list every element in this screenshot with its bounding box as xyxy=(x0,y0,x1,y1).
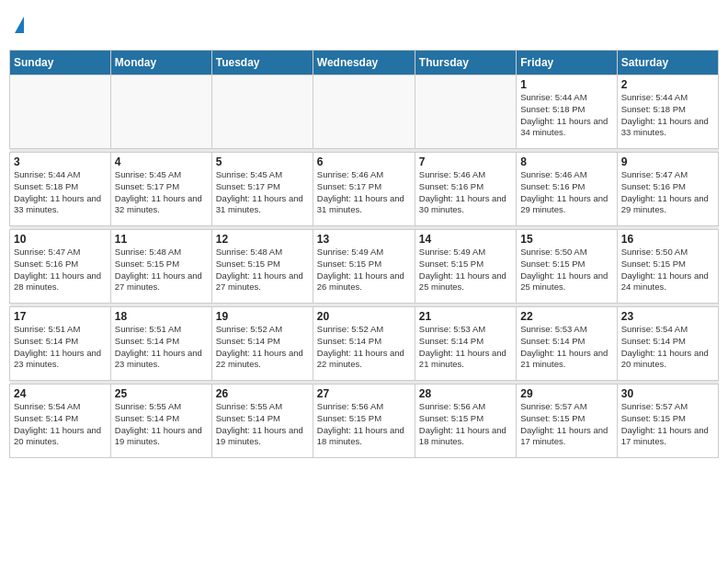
day-info: Sunrise: 5:47 AM Sunset: 5:16 PM Dayligh… xyxy=(14,247,107,293)
day-info: Sunrise: 5:47 AM Sunset: 5:16 PM Dayligh… xyxy=(621,169,714,216)
calendar-week-row: 10Sunrise: 5:47 AM Sunset: 5:16 PM Dayli… xyxy=(10,230,719,304)
day-info: Sunrise: 5:51 AM Sunset: 5:14 PM Dayligh… xyxy=(115,324,208,371)
day-number: 19 xyxy=(216,310,309,323)
day-info: Sunrise: 5:50 AM Sunset: 5:15 PM Dayligh… xyxy=(520,247,612,293)
calendar-cell: 29Sunrise: 5:57 AM Sunset: 5:15 PM Dayli… xyxy=(517,385,617,458)
calendar-cell xyxy=(10,75,111,149)
day-number: 3 xyxy=(14,155,107,168)
calendar-cell: 30Sunrise: 5:57 AM Sunset: 5:15 PM Dayli… xyxy=(617,385,718,458)
calendar-cell: 23Sunrise: 5:54 AM Sunset: 5:14 PM Dayli… xyxy=(617,307,718,381)
calendar-cell: 3Sunrise: 5:44 AM Sunset: 5:18 PM Daylig… xyxy=(10,153,111,226)
day-number: 16 xyxy=(621,233,714,246)
day-number: 4 xyxy=(115,155,208,168)
logo xyxy=(13,17,24,35)
day-number: 11 xyxy=(115,233,208,246)
calendar-cell: 2Sunrise: 5:44 AM Sunset: 5:18 PM Daylig… xyxy=(617,75,718,149)
day-info: Sunrise: 5:50 AM Sunset: 5:15 PM Dayligh… xyxy=(621,247,714,293)
day-info: Sunrise: 5:45 AM Sunset: 5:17 PM Dayligh… xyxy=(216,169,309,216)
day-info: Sunrise: 5:51 AM Sunset: 5:14 PM Dayligh… xyxy=(14,324,107,371)
day-number: 10 xyxy=(14,233,107,246)
calendar-cell: 17Sunrise: 5:51 AM Sunset: 5:14 PM Dayli… xyxy=(10,307,111,381)
calendar-cell: 6Sunrise: 5:46 AM Sunset: 5:17 PM Daylig… xyxy=(313,153,415,226)
day-number: 27 xyxy=(317,387,411,400)
calendar-week-row: 17Sunrise: 5:51 AM Sunset: 5:14 PM Dayli… xyxy=(10,307,719,381)
day-info: Sunrise: 5:57 AM Sunset: 5:15 PM Dayligh… xyxy=(520,401,612,448)
day-number: 21 xyxy=(419,310,512,323)
calendar-cell: 10Sunrise: 5:47 AM Sunset: 5:16 PM Dayli… xyxy=(10,230,111,304)
calendar-cell: 1Sunrise: 5:44 AM Sunset: 5:18 PM Daylig… xyxy=(517,75,617,149)
day-info: Sunrise: 5:46 AM Sunset: 5:16 PM Dayligh… xyxy=(520,169,612,216)
logo-triangle-icon xyxy=(15,17,24,33)
weekday-header-thursday: Thursday xyxy=(415,51,516,75)
day-number: 14 xyxy=(419,233,512,246)
day-info: Sunrise: 5:55 AM Sunset: 5:14 PM Dayligh… xyxy=(115,401,208,448)
day-info: Sunrise: 5:52 AM Sunset: 5:14 PM Dayligh… xyxy=(216,324,309,371)
day-number: 5 xyxy=(216,155,309,168)
day-number: 7 xyxy=(419,155,512,168)
calendar-cell: 11Sunrise: 5:48 AM Sunset: 5:15 PM Dayli… xyxy=(110,230,211,304)
weekday-header-friday: Friday xyxy=(517,51,617,75)
calendar-cell xyxy=(211,75,313,149)
calendar-header-row: SundayMondayTuesdayWednesdayThursdayFrid… xyxy=(10,51,719,75)
day-number: 28 xyxy=(419,387,512,400)
calendar-cell xyxy=(313,75,415,149)
day-number: 29 xyxy=(520,387,612,400)
day-info: Sunrise: 5:52 AM Sunset: 5:14 PM Dayligh… xyxy=(317,324,411,371)
weekday-header-monday: Monday xyxy=(110,51,211,75)
calendar-cell: 20Sunrise: 5:52 AM Sunset: 5:14 PM Dayli… xyxy=(313,307,415,381)
calendar-cell: 18Sunrise: 5:51 AM Sunset: 5:14 PM Dayli… xyxy=(110,307,211,381)
day-info: Sunrise: 5:48 AM Sunset: 5:15 PM Dayligh… xyxy=(115,247,208,293)
day-number: 17 xyxy=(14,310,107,323)
calendar-cell: 5Sunrise: 5:45 AM Sunset: 5:17 PM Daylig… xyxy=(211,153,313,226)
day-number: 23 xyxy=(621,310,714,323)
day-number: 13 xyxy=(317,233,411,246)
day-number: 18 xyxy=(115,310,208,323)
calendar-week-row: 1Sunrise: 5:44 AM Sunset: 5:18 PM Daylig… xyxy=(10,75,719,149)
day-info: Sunrise: 5:48 AM Sunset: 5:15 PM Dayligh… xyxy=(216,247,309,293)
day-number: 24 xyxy=(14,387,107,400)
calendar-cell: 9Sunrise: 5:47 AM Sunset: 5:16 PM Daylig… xyxy=(617,153,718,226)
day-info: Sunrise: 5:56 AM Sunset: 5:15 PM Dayligh… xyxy=(419,401,512,448)
calendar-cell: 15Sunrise: 5:50 AM Sunset: 5:15 PM Dayli… xyxy=(517,230,617,304)
day-info: Sunrise: 5:45 AM Sunset: 5:17 PM Dayligh… xyxy=(115,169,208,216)
calendar-cell: 28Sunrise: 5:56 AM Sunset: 5:15 PM Dayli… xyxy=(415,385,516,458)
calendar-cell: 13Sunrise: 5:49 AM Sunset: 5:15 PM Dayli… xyxy=(313,230,415,304)
day-number: 1 xyxy=(520,78,612,91)
page-header xyxy=(9,9,719,42)
calendar-cell: 24Sunrise: 5:54 AM Sunset: 5:14 PM Dayli… xyxy=(10,385,111,458)
day-info: Sunrise: 5:54 AM Sunset: 5:14 PM Dayligh… xyxy=(14,401,107,448)
day-number: 22 xyxy=(520,310,612,323)
calendar-cell: 26Sunrise: 5:55 AM Sunset: 5:14 PM Dayli… xyxy=(211,385,313,458)
day-info: Sunrise: 5:57 AM Sunset: 5:15 PM Dayligh… xyxy=(621,401,714,448)
day-info: Sunrise: 5:44 AM Sunset: 5:18 PM Dayligh… xyxy=(520,92,612,139)
day-number: 26 xyxy=(216,387,309,400)
calendar-cell: 12Sunrise: 5:48 AM Sunset: 5:15 PM Dayli… xyxy=(211,230,313,304)
calendar-cell: 8Sunrise: 5:46 AM Sunset: 5:16 PM Daylig… xyxy=(517,153,617,226)
weekday-header-saturday: Saturday xyxy=(617,51,718,75)
calendar-cell: 7Sunrise: 5:46 AM Sunset: 5:16 PM Daylig… xyxy=(415,153,516,226)
day-info: Sunrise: 5:53 AM Sunset: 5:14 PM Dayligh… xyxy=(520,324,612,371)
day-number: 9 xyxy=(621,155,714,168)
day-number: 8 xyxy=(520,155,612,168)
weekday-header-tuesday: Tuesday xyxy=(211,51,313,75)
day-info: Sunrise: 5:56 AM Sunset: 5:15 PM Dayligh… xyxy=(317,401,411,448)
day-number: 30 xyxy=(621,387,714,400)
day-info: Sunrise: 5:55 AM Sunset: 5:14 PM Dayligh… xyxy=(216,401,309,448)
day-info: Sunrise: 5:44 AM Sunset: 5:18 PM Dayligh… xyxy=(621,92,714,139)
day-number: 12 xyxy=(216,233,309,246)
day-number: 15 xyxy=(520,233,612,246)
calendar-cell: 27Sunrise: 5:56 AM Sunset: 5:15 PM Dayli… xyxy=(313,385,415,458)
day-number: 6 xyxy=(317,155,411,168)
calendar-cell: 14Sunrise: 5:49 AM Sunset: 5:15 PM Dayli… xyxy=(415,230,516,304)
day-info: Sunrise: 5:44 AM Sunset: 5:18 PM Dayligh… xyxy=(14,169,107,216)
calendar-cell: 4Sunrise: 5:45 AM Sunset: 5:17 PM Daylig… xyxy=(110,153,211,226)
calendar-cell xyxy=(110,75,211,149)
day-info: Sunrise: 5:49 AM Sunset: 5:15 PM Dayligh… xyxy=(419,247,512,293)
day-info: Sunrise: 5:46 AM Sunset: 5:16 PM Dayligh… xyxy=(419,169,512,216)
day-info: Sunrise: 5:53 AM Sunset: 5:14 PM Dayligh… xyxy=(419,324,512,371)
calendar-week-row: 3Sunrise: 5:44 AM Sunset: 5:18 PM Daylig… xyxy=(10,153,719,226)
calendar-week-row: 24Sunrise: 5:54 AM Sunset: 5:14 PM Dayli… xyxy=(10,385,719,458)
calendar-cell: 22Sunrise: 5:53 AM Sunset: 5:14 PM Dayli… xyxy=(517,307,617,381)
day-info: Sunrise: 5:46 AM Sunset: 5:17 PM Dayligh… xyxy=(317,169,411,216)
calendar-cell: 21Sunrise: 5:53 AM Sunset: 5:14 PM Dayli… xyxy=(415,307,516,381)
